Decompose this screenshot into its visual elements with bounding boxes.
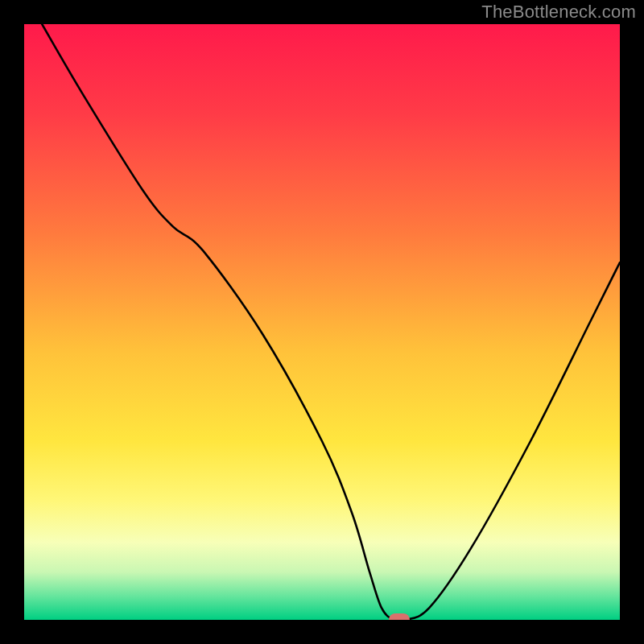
- chart-frame: TheBottleneck.com: [0, 0, 644, 644]
- attribution-text: TheBottleneck.com: [481, 2, 636, 23]
- optimum-marker: [389, 613, 410, 620]
- plot-area: [24, 24, 620, 620]
- curve-path: [42, 24, 620, 620]
- bottleneck-curve: [24, 24, 620, 620]
